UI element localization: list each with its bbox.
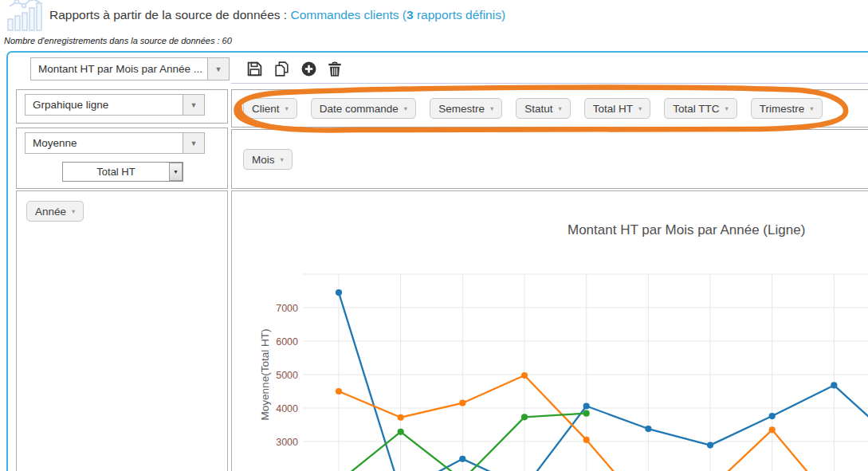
trash-icon bbox=[326, 61, 344, 78]
measure-value: Total HT bbox=[63, 166, 169, 178]
field-pill-total-ht[interactable]: Total HT ▾ bbox=[584, 98, 651, 119]
caret-down-icon: ▾ bbox=[285, 104, 289, 112]
caret-down-icon: ▾ bbox=[490, 104, 493, 112]
caret-down-icon: ▾ bbox=[281, 155, 284, 163]
datasource-link[interactable]: Commandes clients (3 rapports définis) bbox=[290, 8, 505, 22]
chart-type-value: Grpahique ligne bbox=[26, 99, 183, 111]
aggregation-select[interactable]: Moyenne ▼ bbox=[25, 132, 205, 154]
caret-down-icon: ▾ bbox=[638, 104, 642, 112]
copy-pages-icon bbox=[273, 61, 290, 77]
caret-down-icon: ▼ bbox=[183, 95, 204, 115]
available-fields: Client ▾ Date commande ▾ Semestre ▾ Stat… bbox=[243, 98, 823, 119]
caret-down-icon: ▼ bbox=[183, 133, 204, 153]
field-pill-statut[interactable]: Statut ▾ bbox=[516, 98, 571, 119]
field-pill-mois[interactable]: Mois ▾ bbox=[243, 149, 293, 170]
report-select[interactable]: Montant HT par Mois par Année ... ▼ bbox=[30, 57, 230, 80]
field-pill-trimestre[interactable]: Trimestre ▾ bbox=[751, 98, 823, 119]
caret-down-icon: ▾ bbox=[404, 104, 407, 112]
report-count: 3 bbox=[407, 8, 414, 22]
field-pill-client[interactable]: Client ▾ bbox=[243, 98, 297, 119]
rows-fields: Année ▾ bbox=[26, 201, 84, 222]
svg-text:6000: 6000 bbox=[276, 336, 298, 347]
svg-text:3000: 3000 bbox=[276, 437, 298, 448]
measure-select[interactable]: Total HT ▼ bbox=[62, 162, 183, 182]
caret-down-icon: ▾ bbox=[558, 104, 561, 112]
field-pill-annee[interactable]: Année ▾ bbox=[26, 201, 84, 222]
svg-text:5000: 5000 bbox=[276, 370, 298, 381]
caret-down-icon: ▼ bbox=[207, 58, 229, 80]
chart-type-select[interactable]: Grpahique ligne ▼ bbox=[25, 94, 205, 116]
field-pill-semestre[interactable]: Semestre ▾ bbox=[430, 98, 502, 119]
plus-circle-icon bbox=[300, 61, 317, 77]
columns-drop-area bbox=[231, 129, 868, 189]
aggregation-value: Moyenne bbox=[26, 137, 183, 149]
page-title-text: Rapports à partir de la source de donnée… bbox=[49, 8, 290, 22]
caret-down-icon: ▼ bbox=[169, 163, 183, 181]
field-pill-total-ttc[interactable]: Total TTC ▾ bbox=[664, 98, 737, 119]
analytics-chart-icon bbox=[6, 0, 43, 32]
svg-text:7000: 7000 bbox=[276, 303, 298, 314]
add-report-button[interactable] bbox=[300, 60, 318, 78]
caret-down-icon: ▾ bbox=[725, 104, 729, 112]
floppy-disk-icon bbox=[246, 61, 263, 77]
delete-button[interactable] bbox=[325, 60, 344, 78]
rows-drop-area bbox=[16, 190, 228, 471]
save-button[interactable] bbox=[245, 60, 264, 78]
field-pill-date-commande[interactable]: Date commande ▾ bbox=[311, 98, 416, 119]
record-count-text: Nombre d'enregistrements dans la source … bbox=[4, 36, 232, 45]
report-select-value: Montant HT par Mois par Année ... bbox=[31, 63, 207, 75]
toolbar-separator bbox=[231, 83, 868, 84]
svg-text:4000: 4000 bbox=[276, 403, 298, 414]
page-title: Rapports à partir de la source de donnée… bbox=[49, 8, 505, 22]
caret-down-icon: ▾ bbox=[810, 104, 813, 112]
chart-svg: 30004000500060007000 bbox=[231, 190, 868, 471]
duplicate-button[interactable] bbox=[273, 60, 291, 78]
caret-down-icon: ▾ bbox=[72, 207, 75, 215]
columns-fields: Mois ▾ bbox=[243, 149, 293, 170]
